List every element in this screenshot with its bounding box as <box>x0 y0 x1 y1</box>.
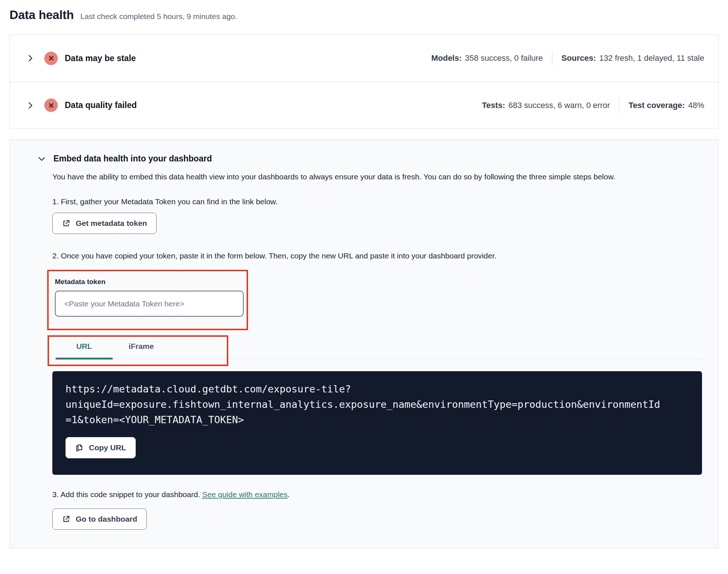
embed-panel-header[interactable]: Embed data health into your dashboard <box>37 154 696 164</box>
step3-text-after: . <box>288 490 290 499</box>
tab-iframe[interactable]: iFrame <box>113 335 170 359</box>
embed-panel: Embed data health into your dashboard Yo… <box>10 139 718 548</box>
annotation-box-token: Metadata token <box>47 270 248 330</box>
get-metadata-token-button[interactable]: Get metadata token <box>52 213 157 234</box>
step3-text: 3. Add this code snippet to your dashboa… <box>52 490 696 499</box>
chevron-down-icon[interactable] <box>37 154 46 163</box>
go-to-dashboard-label: Go to dashboard <box>76 515 137 523</box>
stat-divider <box>552 51 552 66</box>
embed-url-line: uniqueId=exposure.fishtown_internal_anal… <box>65 397 690 412</box>
status-row-stale[interactable]: Data may be stale Models:358 success, 0 … <box>10 35 718 82</box>
stat-divider <box>619 98 619 113</box>
stat-label: Test coverage: <box>628 101 685 110</box>
chevron-right-icon[interactable] <box>26 54 35 63</box>
status-row-title: Data may be stale <box>65 53 136 63</box>
copy-url-button[interactable]: Copy URL <box>65 437 136 458</box>
sources-stat: Sources:132 fresh, 1 delayed, 11 stale <box>562 53 704 63</box>
get-metadata-token-label: Get metadata token <box>76 219 147 228</box>
embed-panel-body: You have the ability to embed this data … <box>52 169 696 530</box>
step3-text-before: 3. Add this code snippet to your dashboa… <box>52 490 202 499</box>
status-row-stats: Models:358 success, 0 failure Sources:13… <box>431 51 704 66</box>
stat-label: Sources: <box>562 53 596 63</box>
stat-label: Models: <box>431 53 462 63</box>
test-coverage-stat: Test coverage:48% <box>628 101 704 110</box>
stat-value: 358 success, 0 failure <box>465 53 543 63</box>
metadata-token-label: Metadata token <box>55 278 247 286</box>
embed-url-line: =1&token=<YOUR_METADATA_TOKEN> <box>65 412 690 428</box>
embed-panel-title: Embed data health into your dashboard <box>53 154 212 164</box>
stat-label: Tests: <box>482 101 505 110</box>
error-x-circle-icon <box>44 98 58 112</box>
tabs-divider <box>52 359 703 359</box>
embed-description: You have the ability to embed this data … <box>52 169 634 184</box>
chevron-right-icon[interactable] <box>26 101 35 110</box>
page-header: Data health Last check completed 5 hours… <box>10 8 718 22</box>
see-guide-link[interactable]: See guide with examples <box>202 490 288 499</box>
copy-url-label: Copy URL <box>89 443 126 452</box>
stat-value: 683 success, 6 warn, 0 error <box>509 101 610 110</box>
last-check-status: Last check completed 5 hours, 9 minutes … <box>80 12 237 21</box>
status-row-stats: Tests:683 success, 6 warn, 0 error Test … <box>482 98 704 113</box>
page-title: Data health <box>10 8 74 22</box>
tests-stat: Tests:683 success, 6 warn, 0 error <box>482 101 610 110</box>
status-card: Data may be stale Models:358 success, 0 … <box>10 34 718 129</box>
go-to-dashboard-button[interactable]: Go to dashboard <box>52 508 147 530</box>
error-x-circle-icon <box>44 52 58 65</box>
step1-text: 1. First, gather your Metadata Token you… <box>52 197 696 206</box>
status-row-quality[interactable]: Data quality failed Tests:683 success, 6… <box>10 82 718 128</box>
output-tabs: URL iFrame <box>52 335 703 359</box>
external-link-icon <box>62 219 70 228</box>
embed-url-line: https://metadata.cloud.getdbt.com/exposu… <box>65 381 690 397</box>
stat-value: 48% <box>688 101 704 110</box>
tab-url[interactable]: URL <box>56 335 113 359</box>
tabs-row: URL iFrame <box>52 335 703 359</box>
data-health-page: Data health Last check completed 5 hours… <box>0 0 728 548</box>
step2-text: 2. Once you have copied your token, past… <box>52 251 696 260</box>
metadata-token-input[interactable] <box>55 291 244 317</box>
stat-value: 132 fresh, 1 delayed, 11 stale <box>599 53 704 63</box>
external-link-icon <box>62 515 70 523</box>
models-stat: Models:358 success, 0 failure <box>431 53 543 63</box>
status-row-title: Data quality failed <box>65 100 137 110</box>
copy-icon <box>75 444 83 452</box>
embed-url-code-block: https://metadata.cloud.getdbt.com/exposu… <box>52 371 702 475</box>
